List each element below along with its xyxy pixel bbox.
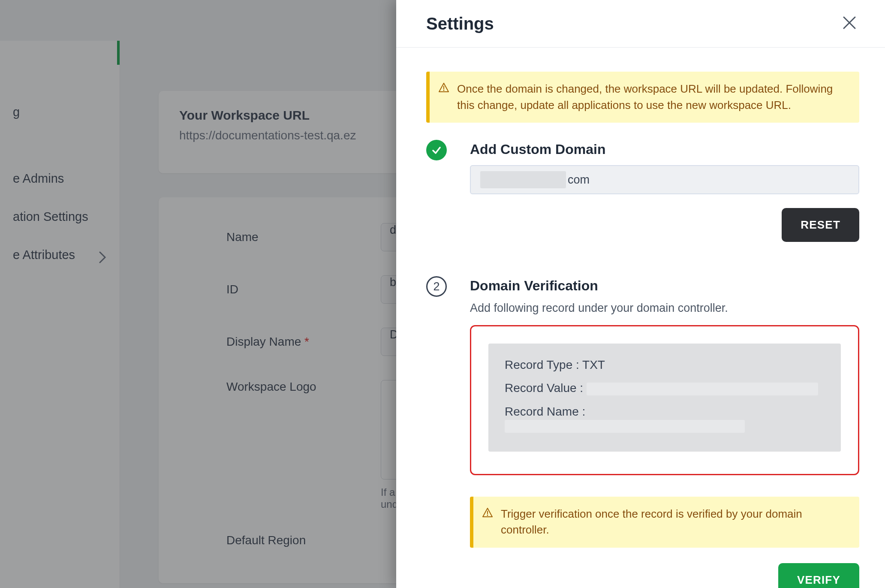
reset-button[interactable]: RESET: [782, 208, 859, 242]
step-number-badge: 2: [426, 276, 447, 297]
custom-domain-input[interactable]: com: [470, 165, 859, 194]
step-2: 2 Domain Verification Add following reco…: [426, 276, 859, 487]
svg-point-3: [487, 515, 488, 516]
check-icon: [431, 145, 442, 156]
record-name-label: Record Name :: [505, 405, 585, 418]
step-1: Add Custom Domain com: [426, 140, 859, 194]
record-name-row: Record Name :: [505, 405, 825, 433]
domain-suffix: com: [568, 173, 590, 187]
domain-change-warning-text: Once the domain is changed, the workspac…: [457, 81, 848, 113]
step-2-title: Domain Verification: [470, 276, 859, 294]
step-done-badge: [426, 140, 447, 160]
svg-point-1: [443, 90, 445, 91]
dns-record-box: Record Type : TXT Record Value : Record …: [470, 325, 859, 475]
record-type-label: Record Type :: [505, 358, 579, 371]
close-icon: [842, 15, 857, 30]
verification-trigger-warning-text: Trigger verification once the record is …: [501, 506, 848, 538]
panel-header: Settings: [396, 0, 885, 48]
step-2-subtitle: Add following record under your domain c…: [470, 302, 859, 315]
panel-body: Once the domain is changed, the workspac…: [396, 48, 885, 588]
dns-record-inner: Record Type : TXT Record Value : Record …: [488, 344, 841, 451]
panel-title: Settings: [426, 14, 494, 33]
verify-button[interactable]: VERIFY: [778, 563, 859, 588]
step-1-title: Add Custom Domain: [470, 140, 859, 157]
domain-change-warning: Once the domain is changed, the workspac…: [426, 72, 859, 123]
record-type-value: TXT: [582, 358, 605, 371]
record-value-label: Record Value :: [505, 381, 583, 395]
record-name-redacted: [505, 420, 745, 433]
warning-icon: [482, 507, 493, 523]
close-button[interactable]: [840, 13, 859, 34]
record-value-row: Record Value :: [505, 381, 825, 395]
record-value-redacted: [587, 383, 818, 395]
settings-panel: Settings Once the domain is changed, the…: [396, 0, 885, 588]
domain-redacted: [480, 171, 566, 188]
verification-trigger-warning: Trigger verification once the record is …: [470, 497, 859, 548]
warning-icon: [438, 82, 449, 98]
record-type-row: Record Type : TXT: [505, 358, 825, 372]
